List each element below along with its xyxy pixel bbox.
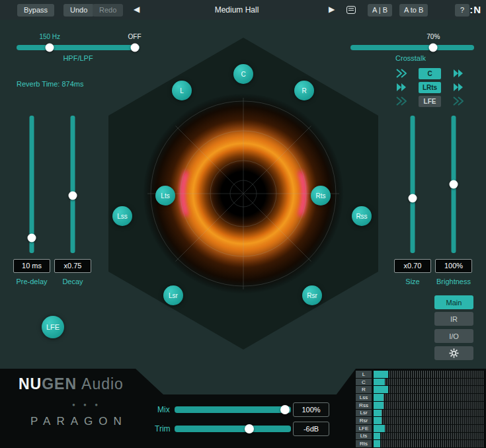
trim-value[interactable]: -6dB xyxy=(293,422,329,436)
size-value[interactable]: x0.70 xyxy=(394,259,431,273)
help-button[interactable]: ? xyxy=(455,4,469,17)
meter-row: Rsr xyxy=(356,417,484,424)
brightness-value[interactable]: 100% xyxy=(435,259,472,273)
meter-bar xyxy=(374,425,484,432)
routing-c-button[interactable]: C xyxy=(419,68,441,79)
lpf-value-label: OFF xyxy=(128,33,142,40)
decay-thumb[interactable] xyxy=(68,191,77,200)
routing-out-chevron-icon[interactable] xyxy=(452,69,464,78)
trim-thumb[interactable] xyxy=(245,424,254,433)
meter-channel-label: R xyxy=(356,386,372,393)
size-track[interactable] xyxy=(410,116,415,253)
hpf-thumb[interactable] xyxy=(46,44,54,52)
ab-compare-button[interactable]: A | B xyxy=(368,4,392,17)
pre-delay-value[interactable]: 10 ms xyxy=(13,259,50,273)
decay-slider[interactable] xyxy=(68,116,77,253)
channel-node-c[interactable]: C xyxy=(233,64,253,84)
channel-node-lfe[interactable]: LFE xyxy=(42,316,64,338)
preset-list-button[interactable] xyxy=(344,4,358,16)
tab-io[interactable]: I/O xyxy=(434,329,473,343)
channel-node-lss[interactable]: Lss xyxy=(112,206,132,226)
meter-fill xyxy=(374,425,385,432)
preset-name[interactable]: Medium Hall xyxy=(215,5,259,15)
meter-fill xyxy=(374,394,384,401)
brand-audio: Audio xyxy=(81,375,124,392)
trim-slider[interactable] xyxy=(175,426,291,432)
mix-slider[interactable] xyxy=(175,406,291,413)
channel-node-lsr[interactable]: Lsr xyxy=(163,285,183,305)
meter-fill xyxy=(374,440,380,447)
meter-row: Lsr xyxy=(356,410,484,417)
brightness-slider[interactable] xyxy=(449,116,458,253)
pre-delay-track[interactable] xyxy=(29,116,34,253)
reverb-time-readout: Reverb Time: 874ms xyxy=(17,80,83,88)
meter-row: Lts xyxy=(356,433,484,440)
meter-row: L xyxy=(356,371,484,378)
redo-button[interactable]: Redo xyxy=(93,4,123,17)
routing-lfe-button[interactable]: LFE xyxy=(419,96,441,107)
decay-track[interactable] xyxy=(70,116,75,253)
brand-gen: GEN xyxy=(42,375,77,392)
brand-logo: NUGENAudio xyxy=(19,375,124,393)
routing-row-lrts: LRts xyxy=(395,81,464,93)
gear-icon xyxy=(449,348,459,358)
brightness-thumb[interactable] xyxy=(449,180,458,189)
pre-delay-slider[interactable] xyxy=(27,116,36,253)
routing-in-chevron-icon[interactable] xyxy=(395,96,407,106)
channel-node-rts[interactable]: Rts xyxy=(311,186,331,205)
size-label: Size xyxy=(405,278,419,285)
decay-value[interactable]: x0.75 xyxy=(54,259,91,273)
meter-channel-label: Rsr xyxy=(356,417,372,424)
size-thumb[interactable] xyxy=(408,194,417,202)
bypass-button[interactable]: Bypass xyxy=(17,4,54,17)
undo-button[interactable]: Undo xyxy=(63,4,94,17)
brand-dots: ● ● ● xyxy=(63,402,110,408)
meter-fill xyxy=(374,386,388,393)
mix-label: Mix xyxy=(157,405,170,414)
routing-in-chevron-icon[interactable] xyxy=(395,83,407,92)
size-slider[interactable] xyxy=(408,116,417,253)
crosstalk-slider[interactable]: 70% xyxy=(350,45,474,50)
hpf-lpf-slider[interactable]: 150 Hz OFF xyxy=(17,45,140,50)
decay-label: Decay xyxy=(62,278,83,285)
meter-fill xyxy=(374,371,388,378)
trim-label: Trim xyxy=(155,424,171,433)
meter-channel-label: C xyxy=(356,379,372,386)
hpf-lpf-label: HPF/LPF xyxy=(63,54,93,62)
meter-row: R xyxy=(356,386,484,393)
channel-node-r[interactable]: R xyxy=(294,81,314,100)
mix-value[interactable]: 100% xyxy=(293,402,329,417)
meter-bar xyxy=(374,440,484,447)
a-to-b-button[interactable]: A to B xyxy=(399,4,428,17)
meter-channel-label: Lts xyxy=(356,433,372,440)
meter-row: LFE xyxy=(356,425,484,432)
meter-fill xyxy=(374,417,382,424)
pre-delay-thumb[interactable] xyxy=(27,234,36,243)
tab-ir[interactable]: IR xyxy=(434,312,473,326)
channel-node-rss[interactable]: Rss xyxy=(352,206,372,226)
channel-node-lts[interactable]: Lts xyxy=(155,186,175,205)
previous-preset-button[interactable]: ◀ xyxy=(134,5,140,14)
lpf-thumb[interactable] xyxy=(130,44,139,52)
meter-bar xyxy=(374,402,484,409)
meter-channel-label: LFE xyxy=(356,425,372,432)
routing-out-chevron-icon[interactable] xyxy=(452,83,464,92)
mix-thumb[interactable] xyxy=(280,405,290,414)
channel-node-l[interactable]: L xyxy=(172,81,192,100)
meter-row: C xyxy=(356,379,484,386)
crosstalk-thumb[interactable] xyxy=(429,44,438,52)
routing-lrts-button[interactable]: LRts xyxy=(419,82,441,93)
meter-bar xyxy=(374,386,484,393)
settings-button[interactable] xyxy=(434,346,473,360)
title-bar: Bypass Undo Redo ◀ Medium Hall ▶ A | B A… xyxy=(0,0,486,20)
crosstalk-label: Crosstalk xyxy=(395,54,426,62)
routing-out-chevron-icon[interactable] xyxy=(452,96,464,106)
meter-fill xyxy=(374,433,380,440)
tab-main[interactable]: Main xyxy=(434,295,473,309)
paragon-plugin-window: Bypass Undo Redo ◀ Medium Hall ▶ A | B A… xyxy=(0,0,486,448)
meter-row: Rts xyxy=(356,440,484,447)
brightness-label: Brightness xyxy=(436,278,471,285)
next-preset-button[interactable]: ▶ xyxy=(329,5,335,14)
channel-node-rsr[interactable]: Rsr xyxy=(302,285,322,305)
routing-in-chevron-icon[interactable] xyxy=(395,69,407,78)
